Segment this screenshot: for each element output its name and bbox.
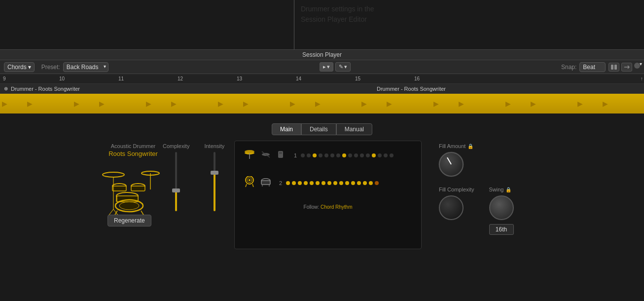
swing-knob[interactable] [489, 195, 514, 220]
svg-rect-26 [279, 152, 282, 154]
pencil-tool-button[interactable]: ✎ ▾ [335, 62, 351, 72]
complexity-label: Complexity [163, 143, 189, 149]
fill-complexity-section: Fill Complexity [439, 187, 474, 220]
preset-label: Preset: [41, 64, 60, 71]
dot-2-1[interactable] [286, 181, 290, 185]
dot-2-15[interactable] [369, 181, 373, 185]
svg-point-21 [245, 150, 254, 153]
track-expand-button[interactable]: ⊕ [4, 86, 8, 91]
complexity-slider-thumb[interactable] [172, 188, 180, 192]
fill-amount-knob[interactable] [439, 152, 464, 177]
dot-2-13[interactable] [357, 181, 361, 185]
annotation-text: Drummer settings in the Session Player E… [301, 4, 374, 25]
editor-area: Main Details Manual Acoustic Drummer Roo… [0, 118, 644, 301]
ruler-marks: 9 10 11 12 13 14 15 16 ↑ [0, 74, 644, 83]
dot-1-12[interactable] [366, 153, 370, 157]
ruler-mark-end: ↑ [641, 76, 643, 81]
kick-icon[interactable] [243, 176, 256, 189]
dot-2-4[interactable] [304, 181, 308, 185]
snap-icon-btn-2[interactable] [621, 63, 632, 72]
dot-2-7[interactable] [322, 181, 325, 185]
dot-1-4[interactable] [319, 153, 322, 157]
dot-2-8[interactable] [327, 181, 331, 185]
dot-1-15[interactable] [384, 153, 388, 157]
dot-2-12[interactable] [351, 181, 355, 185]
intensity-slider-track[interactable] [214, 152, 215, 211]
drummer-kit[interactable] [99, 162, 168, 217]
follow-chord-value: Chord Rhythm [321, 204, 352, 210]
pointer-tool-button[interactable]: ▸ ▾ [320, 62, 333, 72]
hihat-icon[interactable] [243, 149, 256, 161]
regenerate-button[interactable]: Regenerate [107, 215, 151, 226]
follow-text: Follow: [304, 204, 320, 210]
swing-section: Swing 🔒 16th [489, 187, 514, 235]
dot-1-11[interactable] [360, 153, 364, 157]
dot-1-13[interactable] [372, 153, 376, 157]
snap-icon-btn-1[interactable] [608, 63, 619, 72]
track-region-label: Drummer - Roots Songwriter [373, 84, 644, 94]
dot-1-5[interactable] [324, 153, 328, 157]
beat-dots-row1 [301, 153, 413, 157]
hihat-svg [244, 149, 255, 159]
drum-kit-svg [99, 162, 168, 217]
complexity-slider-fill [175, 190, 177, 211]
pointer-icon: ▸ [323, 64, 326, 70]
dot-2-6[interactable] [316, 181, 320, 185]
tab-main[interactable]: Main [272, 123, 301, 135]
dot-1-8[interactable] [342, 153, 346, 157]
track-header: ⊕ Drummer - Roots Songwriter Drummer - R… [0, 84, 644, 94]
right-panel: Fill Amount 🔒 Fill Complexity [439, 143, 528, 245]
fill-amount-lock-icon: 🔒 [467, 144, 473, 149]
dot-2-3[interactable] [298, 181, 302, 185]
dot-2-16[interactable] [375, 181, 379, 185]
dot-2-2[interactable] [292, 181, 296, 185]
dot-1-6[interactable] [330, 153, 334, 157]
intensity-slider-thumb[interactable] [211, 171, 218, 175]
dot-2-10[interactable] [339, 181, 343, 185]
track-region-name: Drummer - Roots Songwriter [377, 86, 446, 92]
dot-1-16[interactable] [390, 153, 394, 157]
drum-pattern-arrows: ▶▶ ▶▶ ▶▶ ▶▶ ▶▶ ▶▶ ▶▶ ▶▶ ▶▶ ▶▶ ▶▶ ▶▶ ▶▶ ▶… [2, 100, 642, 108]
snap-value: Beat [583, 64, 595, 71]
ruler-mark-9: 9 [3, 76, 6, 81]
svg-point-14 [119, 202, 139, 210]
instrument-row-1: 1 [243, 149, 413, 161]
svg-line-30 [246, 184, 247, 187]
annotation-line1: Drummer settings in the [301, 4, 374, 14]
note-value-box[interactable]: 16th [489, 224, 514, 235]
snare-svg [260, 178, 271, 187]
dot-1-2[interactable] [307, 153, 311, 157]
snap-icon-buttons [608, 63, 640, 72]
fill-complexity-knob[interactable] [439, 195, 464, 220]
dot-1-14[interactable] [378, 153, 382, 157]
dot-1-1[interactable] [301, 153, 305, 157]
tool-buttons: ▸ ▾ ✎ ▾ [320, 62, 351, 72]
dot-1-9[interactable] [348, 153, 352, 157]
drum-pattern-area[interactable]: ▶▶ ▶▶ ▶▶ ▶▶ ▶▶ ▶▶ ▶▶ ▶▶ ▶▶ ▶▶ ▶▶ ▶▶ ▶▶ ▶… [0, 94, 644, 113]
dot-1-10[interactable] [354, 153, 358, 157]
pointer-chevron-icon: ▾ [327, 64, 330, 70]
dot-1-7[interactable] [336, 153, 340, 157]
cowbell-icon[interactable] [275, 150, 286, 160]
chords-dropdown[interactable]: Chords ▾ [4, 62, 35, 72]
preset-dropdown[interactable]: Back Roads ▾ [63, 62, 109, 72]
snare-icon[interactable] [260, 178, 271, 188]
snap-dropdown[interactable]: Beat ▾ [579, 62, 606, 72]
dot-2-9[interactable] [333, 181, 337, 185]
muted-instrument-icon[interactable] [260, 150, 271, 160]
session-player-label: Session Player [302, 51, 342, 58]
follow-label: Follow: Chord Rhythm [243, 204, 413, 210]
ruler-mark-13: 13 [237, 76, 242, 81]
dot-2-5[interactable] [310, 181, 314, 185]
annotation-line [294, 0, 294, 49]
dot-1-3[interactable] [313, 153, 317, 157]
tab-manual[interactable]: Manual [336, 123, 372, 135]
ruler-mark-12: 12 [178, 76, 183, 81]
tab-details[interactable]: Details [301, 123, 336, 135]
dot-2-14[interactable] [363, 181, 367, 185]
fill-complexity-text: Fill Complexity [439, 187, 474, 192]
chevron-down-icon: ▾ [28, 64, 31, 71]
dot-2-11[interactable] [345, 181, 349, 185]
svg-rect-0 [611, 65, 613, 70]
complexity-slider-track[interactable] [175, 152, 177, 211]
